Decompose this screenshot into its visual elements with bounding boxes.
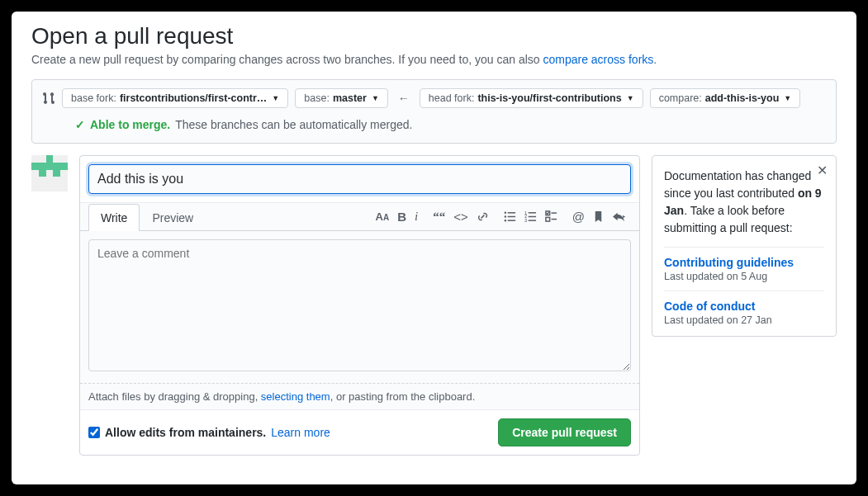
base-fork-select[interactable]: base fork: firstcontributions/first-cont…	[62, 88, 288, 108]
subhead-post: .	[653, 53, 657, 66]
docs-notice-panel: ✕ Documentation has changed since you la…	[652, 155, 837, 337]
caret-icon: ▼	[627, 94, 634, 102]
svg-rect-9	[528, 212, 535, 214]
head-fork-value: this-is-you/first-contributions	[477, 92, 621, 104]
text-size-icon[interactable]: AA	[376, 210, 390, 223]
tasklist-icon[interactable]	[545, 210, 557, 223]
merge-status: ✓ Able to merge. These branches can be a…	[75, 118, 826, 131]
pr-title-input[interactable]	[88, 164, 631, 194]
compare-branch-select[interactable]: compare: add-this-is-you ▼	[650, 88, 801, 108]
caret-icon: ▼	[784, 94, 791, 102]
contributing-guidelines-link[interactable]: Contributing guidelines	[664, 256, 824, 269]
base-fork-value: firstcontributions/first-contr…	[120, 92, 267, 104]
bookmark-icon[interactable]	[593, 210, 604, 223]
head-fork-select[interactable]: head fork: this-is-you/first-contributio…	[420, 88, 643, 108]
pr-editor: Write Preview AA B i ““ <>	[79, 155, 640, 456]
page-title: Open a pull request	[31, 23, 837, 50]
bold-icon[interactable]: B	[397, 210, 406, 224]
notice-post: . Take a look before submitting a pull r…	[664, 204, 793, 234]
close-icon[interactable]: ✕	[817, 163, 828, 178]
allow-edits-checkbox[interactable]	[88, 427, 100, 438]
svg-point-2	[504, 220, 505, 221]
svg-rect-11	[528, 220, 535, 221]
caret-icon: ▼	[372, 94, 379, 102]
notice-link-item: Contributing guidelines Last updated on …	[664, 247, 824, 291]
editor-tabs: Write Preview AA B i ““ <>	[80, 202, 639, 231]
svg-rect-3	[507, 212, 515, 214]
base-label: base:	[304, 92, 330, 104]
subhead-text: Create a new pull request by comparing c…	[31, 53, 543, 66]
caret-icon: ▼	[272, 94, 279, 102]
base-value: master	[333, 92, 367, 104]
code-of-conduct-link[interactable]: Code of conduct	[664, 300, 824, 313]
base-branch-select[interactable]: base: master ▼	[295, 88, 388, 108]
allow-edits-row: Allow edits from maintainers. Learn more	[88, 426, 330, 439]
compare-forks-link[interactable]: compare across forks	[543, 53, 653, 66]
reply-icon[interactable]	[612, 210, 626, 223]
md-toolbar: AA B i ““ <>	[376, 210, 631, 224]
compare-icon	[42, 92, 55, 105]
attach-post: , or pasting from the clipboard.	[330, 390, 476, 403]
merge-able-label: Able to merge.	[90, 118, 170, 131]
svg-rect-13	[551, 212, 557, 214]
quote-icon[interactable]: ““	[433, 210, 445, 224]
notice-link-item: Code of conduct Last updated on 27 Jan	[664, 291, 824, 334]
compare-value: add-this-is-you	[705, 92, 780, 104]
italic-icon[interactable]: i	[415, 210, 418, 224]
link-icon[interactable]	[477, 210, 489, 223]
allow-edits-label: Allow edits from maintainers.	[105, 426, 266, 439]
attach-select-link[interactable]: selecting them	[261, 390, 330, 403]
svg-rect-14	[546, 217, 550, 221]
svg-text:3: 3	[524, 218, 527, 223]
svg-point-1	[504, 215, 505, 217]
head-fork-label: head fork:	[429, 92, 475, 104]
arrow-left-icon: ←	[395, 92, 413, 105]
notice-text: Documentation has changed since you last…	[664, 168, 824, 237]
tab-preview[interactable]: Preview	[140, 204, 206, 231]
notice-meta: Last updated on 5 Aug	[664, 271, 824, 282]
merge-desc: These branches can be automatically merg…	[175, 118, 412, 131]
mention-icon[interactable]: @	[572, 210, 585, 224]
svg-rect-10	[528, 216, 535, 218]
create-pr-button[interactable]: Create pull request	[498, 418, 631, 446]
svg-point-0	[504, 212, 505, 214]
svg-rect-5	[507, 220, 515, 221]
avatar	[31, 155, 68, 191]
compare-bar: base fork: firstcontributions/first-cont…	[31, 79, 837, 144]
notice-pre: Documentation has changed since you last…	[664, 169, 811, 200]
attach-pre: Attach files by dragging & dropping,	[88, 390, 261, 403]
notice-meta: Last updated on 27 Jan	[664, 314, 824, 326]
ol-icon[interactable]: 123	[524, 210, 537, 223]
base-fork-label: base fork:	[71, 92, 116, 104]
comment-textarea[interactable]	[88, 239, 631, 371]
compare-label: compare:	[659, 92, 702, 104]
check-icon: ✓	[75, 118, 85, 131]
svg-rect-15	[551, 219, 557, 220]
attach-hint: Attach files by dragging & dropping, sel…	[80, 383, 639, 409]
code-icon[interactable]: <>	[453, 210, 468, 224]
svg-rect-4	[507, 216, 515, 218]
ul-icon[interactable]	[504, 210, 516, 223]
learn-more-link[interactable]: Learn more	[271, 426, 330, 439]
page-subhead: Create a new pull request by comparing c…	[31, 53, 837, 66]
tab-write[interactable]: Write	[88, 204, 140, 231]
